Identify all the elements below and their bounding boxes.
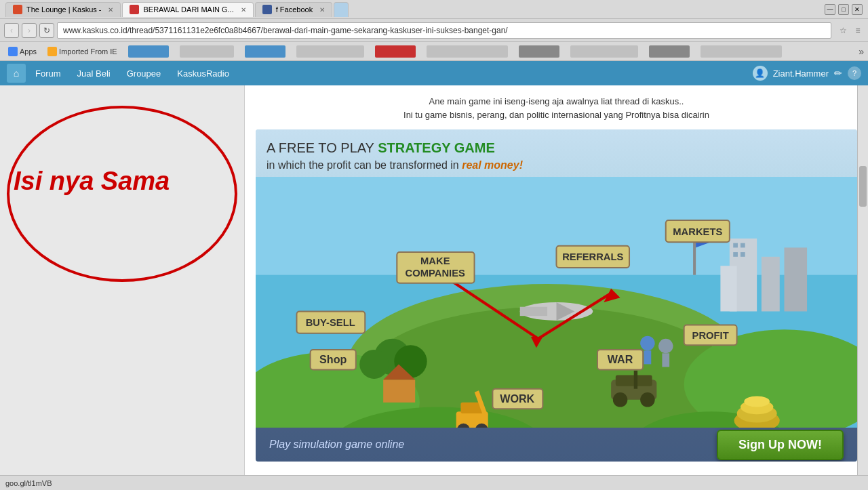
tab-close-berawal[interactable]: ✕ (241, 6, 246, 14)
settings-icon[interactable]: ≡ (852, 24, 864, 37)
tab-new[interactable] (334, 2, 349, 17)
forward-button[interactable]: › (22, 23, 37, 38)
minimize-button[interactable]: — (825, 4, 835, 15)
bookmark-item4[interactable] (292, 44, 368, 59)
svg-rect-23 (634, 371, 637, 389)
svg-rect-11 (720, 266, 736, 311)
tab-bar: The Lounge | Kaskus - ✕ BERAWAL DARI MAI… (5, 2, 819, 17)
svg-rect-31 (520, 307, 547, 316)
address-bar-icons: ☆ ≡ (837, 24, 864, 37)
svg-rect-10 (784, 247, 807, 311)
svg-rect-35 (644, 350, 652, 364)
window-controls: — □ ✕ (825, 4, 863, 15)
bookmark-imported-ie[interactable]: Imported From IE (43, 45, 121, 58)
article-intro: Ane main game ini iseng-iseng aja awalny… (245, 85, 868, 127)
titlebar: The Lounge | Kaskus - ✕ BERAWAL DARI MAI… (0, 0, 868, 19)
kaskus-nav-right: 👤 Ziant.Hammer ✏ ? (753, 66, 861, 81)
status-bar: goo.gl/tl1mVB (0, 475, 868, 490)
svg-text:REFERRALS: REFERRALS (562, 251, 623, 262)
kaskus-nav-left: ⌂ Forum Jual Beli Groupee KaskusRadio (7, 64, 236, 83)
address-bar[interactable]: www.kaskus.co.id/thread/5371161131e2e6fc… (57, 22, 831, 39)
svg-rect-15 (741, 252, 745, 257)
svg-text:BUY-SELL: BUY-SELL (306, 317, 355, 328)
tab-facebook[interactable]: f Facebook ✕ (255, 2, 332, 17)
game-banner: A FREE TO PLAY STRATEGY GAME in which th… (256, 129, 857, 462)
svg-rect-38 (383, 380, 415, 403)
bookmark-item5[interactable] (371, 44, 420, 59)
svg-rect-14 (733, 252, 738, 257)
bookmark-item6[interactable] (422, 44, 512, 59)
apps-icon (8, 47, 18, 56)
kaskus-home-button[interactable]: ⌂ (7, 64, 26, 83)
svg-point-36 (658, 339, 673, 354)
svg-text:MARKETS: MARKETS (673, 226, 722, 237)
left-panel: Isi nya Sama (0, 85, 244, 490)
help-icon[interactable]: ? (848, 66, 861, 80)
bookmark-apps[interactable]: Apps (4, 45, 41, 58)
bookmark-item8[interactable] (566, 44, 642, 59)
tab-close-facebook[interactable]: ✕ (319, 6, 325, 14)
svg-text:COMPANIES: COMPANIES (406, 268, 465, 279)
tab-kaskus[interactable]: The Lounge | Kaskus - ✕ (5, 2, 121, 17)
nav-link-jualbeli[interactable]: Jual Beli (71, 66, 117, 81)
main-content: Isi nya Sama Ane main game ini iseng-ise… (0, 85, 868, 490)
nav-link-forum[interactable]: Forum (28, 66, 68, 81)
close-button[interactable]: ✕ (852, 4, 863, 15)
tab-close-kaskus[interactable]: ✕ (108, 6, 113, 14)
scrollbar-thumb[interactable] (859, 166, 867, 207)
imported-ie-label: Imported From IE (59, 47, 117, 56)
address-bar-row: ‹ › ↻ www.kaskus.co.id/thread/5371161131… (0, 19, 868, 42)
address-text: www.kaskus.co.id/thread/5371161131e2e6fc… (63, 26, 508, 35)
right-panel[interactable]: Ane main game ini iseng-iseng aja awalny… (244, 85, 868, 490)
scrollbar-right[interactable] (857, 85, 868, 490)
bookmark-item9[interactable] (645, 44, 694, 59)
intro-line1: Ane main game ini iseng-iseng aja awalny… (256, 95, 857, 108)
svg-point-22 (640, 392, 655, 407)
game-banner-inner: A FREE TO PLAY STRATEGY GAME in which th… (256, 129, 857, 462)
folder-icon (47, 47, 57, 56)
svg-rect-37 (662, 353, 669, 367)
svg-text:WAR: WAR (608, 353, 633, 365)
kaskus-navbar: ⌂ Forum Jual Beli Groupee KaskusRadio 👤 … (0, 61, 868, 85)
bookmark-w1[interactable] (124, 44, 173, 59)
banner-title-prefix: A FREE TO PLAY (267, 140, 378, 155)
status-url: goo.gl/tl1mVB (5, 479, 52, 487)
svg-point-34 (640, 336, 655, 351)
svg-rect-13 (741, 243, 745, 248)
user-avatar-icon: 👤 (753, 66, 768, 81)
svg-point-21 (613, 392, 628, 407)
tab-label-facebook: f Facebook (276, 5, 313, 14)
apps-label: Apps (20, 47, 37, 56)
svg-rect-12 (733, 243, 738, 248)
back-button[interactable]: ‹ (4, 23, 19, 38)
banner-subtitle: in which the profit can be transformed i… (267, 159, 523, 171)
play-simulation-text: Play simulation game online (269, 438, 404, 451)
bookmark-w3[interactable] (241, 44, 290, 59)
tab-label-kaskus: The Lounge | Kaskus - (26, 5, 101, 14)
edit-icon[interactable]: ✏ (834, 68, 842, 79)
svg-rect-9 (762, 257, 780, 312)
banner-title-highlight: STRATEGY GAME (378, 140, 495, 155)
tab-favicon-berawal (130, 5, 139, 14)
banner-title: A FREE TO PLAY STRATEGY GAME (267, 140, 495, 156)
tab-favicon-kaskus (13, 5, 22, 14)
bookmark-item10[interactable] (696, 44, 786, 59)
maximize-button[interactable]: □ (838, 4, 849, 15)
banner-bottom-bar: Play simulation game online Sign Up NOW! (256, 428, 857, 462)
nav-link-groupee[interactable]: Groupee (120, 66, 168, 81)
svg-text:MAKE: MAKE (420, 256, 450, 266)
bookmark-w2[interactable] (176, 44, 238, 59)
svg-text:Shop: Shop (319, 353, 347, 365)
bookmark-star-icon[interactable]: ☆ (837, 24, 849, 37)
tab-label-berawal: BERAWAL DARI MAIN G... (143, 5, 233, 14)
tab-berawal[interactable]: BERAWAL DARI MAIN G... ✕ (122, 2, 253, 17)
game-svg: BUY-SELL MAKE COMPANIES Shop REFERRALS (256, 177, 857, 428)
bookmarks-bar: Apps Imported From IE » (0, 42, 868, 61)
bookmarks-overflow[interactable]: » (859, 46, 864, 57)
tab-favicon-facebook (262, 5, 272, 14)
nav-link-radio[interactable]: KaskusRadio (170, 66, 236, 81)
refresh-button[interactable]: ↻ (39, 23, 54, 38)
real-money-text: real money! (462, 159, 523, 171)
bookmark-item7[interactable] (515, 44, 564, 59)
signup-button[interactable]: Sign Up NOW! (717, 430, 844, 460)
